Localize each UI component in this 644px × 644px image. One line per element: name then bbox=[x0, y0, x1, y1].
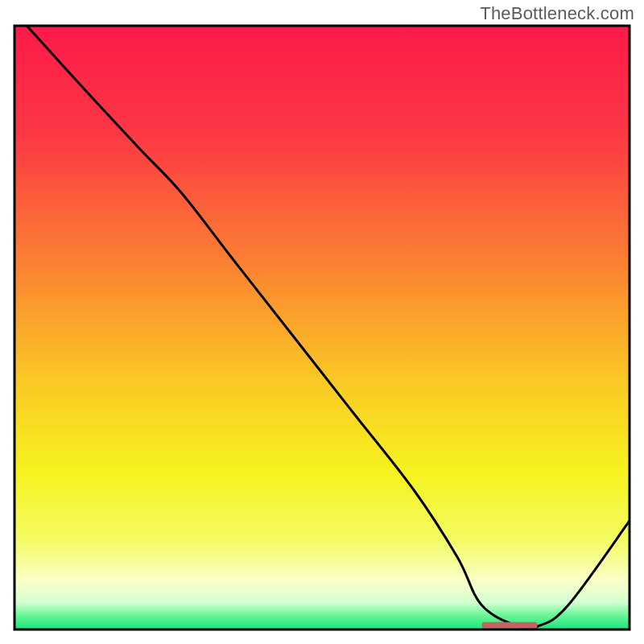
optimal-range-marker bbox=[482, 622, 538, 629]
chart-container: TheBottleneck.com bbox=[0, 0, 644, 644]
plot-area bbox=[14, 26, 630, 630]
gradient-background bbox=[14, 26, 630, 630]
watermark-text: TheBottleneck.com bbox=[480, 3, 634, 24]
chart-svg bbox=[0, 0, 644, 644]
